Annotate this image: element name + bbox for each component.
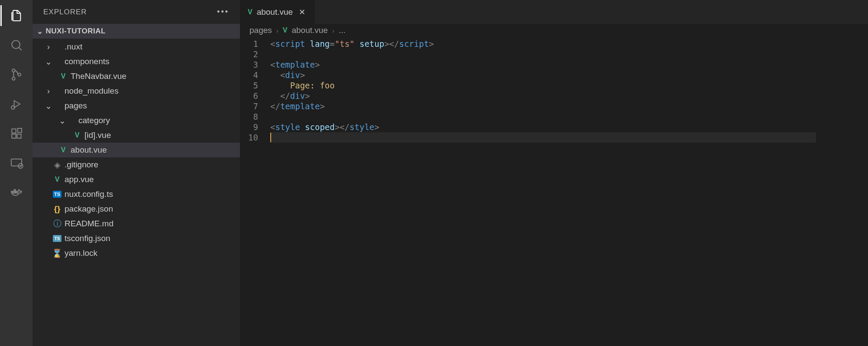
tree-folder-nuxt[interactable]: › .nuxt xyxy=(32,39,240,54)
activity-bar xyxy=(0,0,32,346)
close-icon[interactable]: ✕ xyxy=(297,7,307,17)
yarn-icon: ⌛ xyxy=(52,248,62,258)
svg-rect-11 xyxy=(12,191,13,193)
sidebar-more-icon[interactable]: ••• xyxy=(217,7,229,16)
chevron-down-icon: ⌄ xyxy=(37,27,43,36)
activity-search[interactable] xyxy=(6,35,27,55)
tree-file-package-json[interactable]: {} package.json xyxy=(32,202,240,216)
file-tree: › .nuxt ⌄ components V TheNavbar.vue › n… xyxy=(32,39,240,346)
tree-file-about-vue[interactable]: V about.vue xyxy=(32,143,240,157)
project-name: NUXI-TUTORIAL xyxy=(46,27,106,36)
code-editor[interactable]: 1 2 3 4 5 6 7 8 9 10 <script lang="ts" s… xyxy=(240,37,868,346)
tree-file-id-vue[interactable]: V [id].vue xyxy=(32,128,240,143)
svg-rect-12 xyxy=(14,191,15,193)
chevron-down-icon: ⌄ xyxy=(45,57,52,67)
explorer-sidebar: EXPLORER ••• ⌄ NUXI-TUTORIAL › .nuxt ⌄ c… xyxy=(32,0,240,346)
tree-file-readme[interactable]: ⓘ README.md xyxy=(32,216,240,231)
tab-about-vue[interactable]: V about.vue ✕ xyxy=(240,0,315,24)
svg-point-0 xyxy=(12,40,20,49)
editor-tabs: V about.vue ✕ xyxy=(240,0,868,24)
tree-folder-pages[interactable]: ⌄ pages xyxy=(32,98,240,113)
svg-rect-9 xyxy=(11,159,22,166)
breadcrumb-file[interactable]: about.vue xyxy=(291,26,327,35)
git-icon: ◈ xyxy=(54,160,61,170)
chevron-right-icon: › xyxy=(332,27,334,34)
breadcrumb-rest[interactable]: ... xyxy=(339,26,346,35)
tree-file-thenavbar[interactable]: V TheNavbar.vue xyxy=(32,69,240,84)
tree-file-yarn-lock[interactable]: ⌛ yarn.lock xyxy=(32,246,240,261)
svg-rect-14 xyxy=(14,189,15,191)
json-icon: {} xyxy=(54,204,61,214)
svg-rect-5 xyxy=(12,129,16,133)
tree-folder-node-modules[interactable]: › node_modules xyxy=(32,84,240,98)
ts-icon: TS xyxy=(53,191,62,198)
vue-icon: V xyxy=(61,146,66,154)
tsconfig-icon: TS xyxy=(53,235,62,242)
svg-rect-7 xyxy=(17,134,21,138)
activity-docker[interactable] xyxy=(6,182,27,203)
tree-file-gitignore[interactable]: ◈ .gitignore xyxy=(32,157,240,172)
line-gutter: 1 2 3 4 5 6 7 8 9 10 xyxy=(240,39,270,346)
chevron-down-icon: ⌄ xyxy=(45,101,52,111)
sidebar-header: EXPLORER ••• xyxy=(32,0,240,24)
tree-folder-category[interactable]: ⌄ category xyxy=(32,113,240,128)
info-icon: ⓘ xyxy=(53,218,62,229)
svg-point-3 xyxy=(18,73,21,76)
breadcrumb-root[interactable]: pages xyxy=(249,26,272,35)
chevron-right-icon: › xyxy=(45,86,52,96)
minimap[interactable] xyxy=(816,39,868,346)
activity-explorer[interactable] xyxy=(6,5,27,26)
svg-rect-6 xyxy=(12,134,16,138)
code-lines[interactable]: <script lang="ts" setup></script> <templ… xyxy=(270,39,816,346)
breadcrumb[interactable]: pages › V about.vue › ... xyxy=(240,24,868,37)
vue-icon: V xyxy=(248,8,253,16)
text-cursor xyxy=(270,133,271,142)
vue-icon: V xyxy=(61,72,66,80)
project-section-header[interactable]: ⌄ NUXI-TUTORIAL xyxy=(32,24,240,39)
svg-point-1 xyxy=(12,69,15,72)
svg-rect-8 xyxy=(17,128,21,132)
chevron-down-icon: ⌄ xyxy=(58,116,66,126)
activity-run-debug[interactable] xyxy=(6,94,27,114)
activity-source-control[interactable] xyxy=(6,64,27,85)
chevron-right-icon: › xyxy=(276,27,279,34)
activity-extensions[interactable] xyxy=(6,123,27,144)
vue-icon: V xyxy=(55,176,60,183)
chevron-right-icon: › xyxy=(45,42,52,52)
activity-remote[interactable] xyxy=(6,153,27,173)
svg-point-2 xyxy=(12,77,15,80)
tab-filename: about.vue xyxy=(257,7,293,17)
sidebar-title: EXPLORER xyxy=(43,8,87,16)
editor-area: V about.vue ✕ pages › V about.vue › ... … xyxy=(240,0,868,346)
tree-file-nuxt-config[interactable]: TS nuxt.config.ts xyxy=(32,187,240,202)
tree-file-app-vue[interactable]: V app.vue xyxy=(32,172,240,187)
tree-folder-components[interactable]: ⌄ components xyxy=(32,54,240,69)
svg-rect-13 xyxy=(16,191,17,193)
vue-icon: V xyxy=(283,26,288,34)
vue-icon: V xyxy=(75,131,80,139)
tree-file-tsconfig[interactable]: TS tsconfig.json xyxy=(32,231,240,246)
